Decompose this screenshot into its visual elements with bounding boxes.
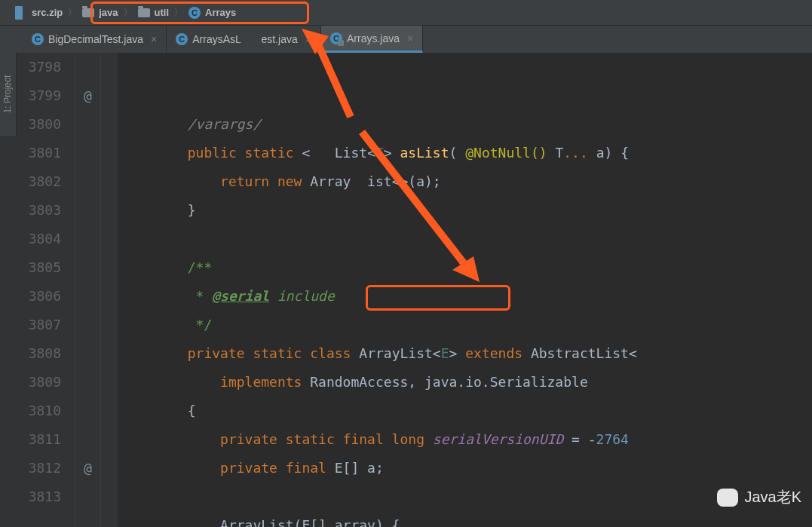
wechat-icon	[717, 489, 738, 507]
code-line[interactable]	[122, 483, 812, 511]
code-line[interactable]: return new Array ist<>(a);	[122, 167, 812, 196]
sidebar-label: 1: Project	[3, 75, 14, 114]
code-area[interactable]: /varargs/ public static < List<T> asList…	[118, 53, 812, 527]
tab-close-icon[interactable]: ×	[305, 33, 311, 45]
code-line[interactable]: public static < List<T> asList( @NotNull…	[122, 139, 812, 167]
tab-label: Arrays.java	[347, 32, 400, 44]
code-line[interactable]: }	[122, 196, 812, 225]
annotation-highlight-arraylist	[366, 285, 510, 311]
watermark: Java老K	[717, 487, 801, 507]
class-icon: C	[176, 33, 188, 45]
gutter-marks: @@	[75, 53, 101, 527]
tab-bigdecimal[interactable]: C BigDecimalTest.java ×	[23, 26, 167, 53]
code-line[interactable]: private static final long serialVersionU…	[122, 425, 812, 454]
fold-gutter	[101, 53, 118, 527]
tab-close-icon[interactable]: ×	[151, 33, 157, 45]
code-line[interactable]: /**	[122, 253, 812, 282]
annotation-highlight-breadcrumb	[90, 2, 309, 24]
code-line[interactable]: /varargs/	[122, 110, 812, 139]
code-editor[interactable]: 3798379938003801380238033804380538063807…	[0, 53, 812, 527]
code-line[interactable]: private static class ArrayList<E> extend…	[122, 339, 812, 368]
crumb-sep: 〉	[66, 6, 79, 20]
class-icon: C	[32, 33, 44, 45]
code-line[interactable]: implements RandomAccess, java.io.Seriali…	[122, 368, 812, 397]
tab-label: ArraysAsL est.java	[192, 33, 298, 45]
code-line[interactable]: private final E[] a;	[122, 454, 812, 483]
breadcrumb-bar: src.zip 〉 java 〉 util 〉 C Arrays	[0, 0, 812, 26]
code-line[interactable]: {	[122, 397, 812, 425]
editor-tabs: C BigDecimalTest.java × C ArraysAsL est.…	[0, 26, 812, 53]
zip-icon	[15, 6, 23, 20]
tab-close-icon[interactable]: ×	[407, 32, 413, 44]
code-line[interactable]: */	[122, 311, 812, 339]
code-line[interactable]	[122, 225, 812, 253]
breadcrumb-zip[interactable]: src.zip	[29, 7, 66, 18]
tab-arraysaslist[interactable]: C ArraysAsL est.java ×	[167, 26, 321, 53]
tool-window-project[interactable]: 1: Project	[0, 53, 17, 136]
code-line[interactable]: ArrayList(E[] array) {	[122, 511, 812, 527]
class-icon: C	[330, 32, 342, 44]
tab-arrays[interactable]: C Arrays.java ×	[321, 26, 423, 53]
watermark-label: Java老K	[744, 487, 801, 507]
tab-label: BigDecimalTest.java	[48, 33, 143, 45]
